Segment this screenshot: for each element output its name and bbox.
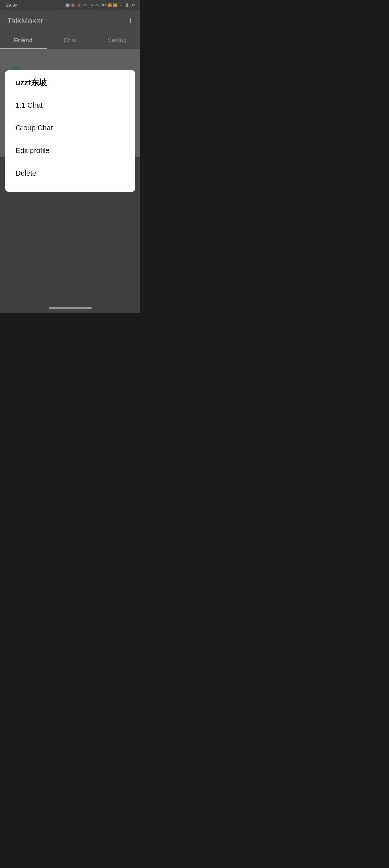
context-menu: uzzf东坡 1:1 Chat Group Chat Edit profile … (5, 70, 135, 192)
menu-item-group-chat[interactable]: Group Chat (15, 117, 125, 139)
menu-item-one-to-one[interactable]: 1:1 Chat (15, 94, 125, 117)
menu-item-edit-profile[interactable]: Edit profile (15, 139, 125, 162)
menu-item-delete[interactable]: Delete (15, 162, 125, 185)
context-menu-title: uzzf东坡 (15, 77, 125, 88)
